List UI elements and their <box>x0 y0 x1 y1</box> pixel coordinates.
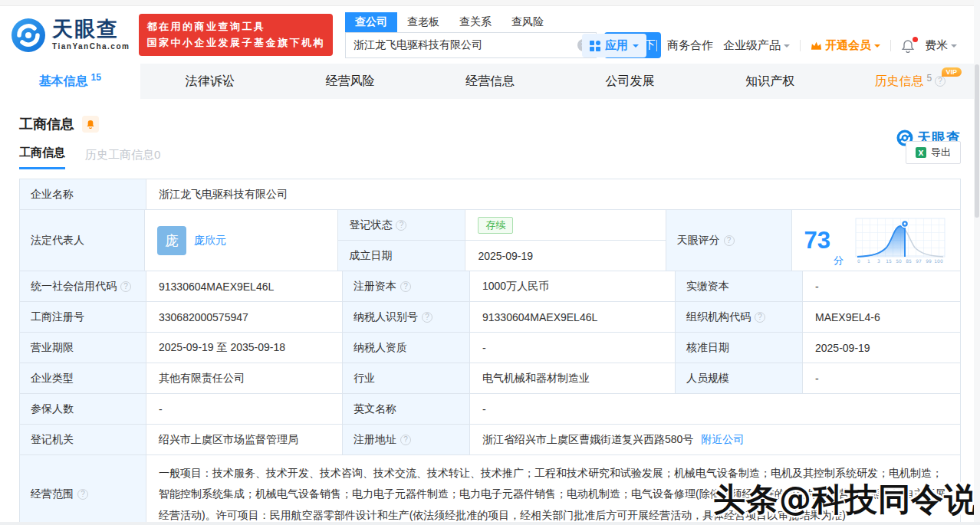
reg-number-value: 330682000575947 <box>146 302 343 333</box>
svg-text:97: 97 <box>916 258 922 264</box>
search-tab-boss[interactable]: 查老板 <box>397 12 449 32</box>
insured-value: - <box>146 394 343 425</box>
field-label: 参保人数 <box>20 394 146 425</box>
field-label: 行业 <box>343 363 470 394</box>
brand-slogan: 都在用的商业查询工具 国家中小企业发展子基金旗下机构 <box>139 14 333 55</box>
nav-enterprise[interactable]: 企业级产品 <box>723 38 790 53</box>
reg-address-value: 浙江省绍兴市上虞区曹娥街道复兴西路580号 附近公司 <box>470 425 960 455</box>
legal-rep-avatar[interactable]: 庞 <box>157 226 186 255</box>
table-row: 营业期限 2025-09-19 至 2035-09-18 纳税人资质 - 核准日… <box>20 333 960 363</box>
field-label: 注册资本? <box>343 271 470 302</box>
field-label: 天眼评分? <box>666 210 792 271</box>
top-strip <box>0 0 980 6</box>
caret-down-icon <box>633 44 639 51</box>
tab-operation-info[interactable]: 经营信息 <box>420 64 561 99</box>
company-tabbar: 基本信息15 法律诉讼 经营风险 经营信息 公司发展 知识产权 VIP 历史信息… <box>0 64 980 99</box>
establish-date-value: 2025-09-19 <box>465 241 666 271</box>
search-tab-company[interactable]: 查公司 <box>345 12 397 32</box>
apps-grid-icon <box>590 41 600 51</box>
question-icon[interactable]: ? <box>400 281 411 292</box>
question-icon[interactable]: ? <box>935 76 945 87</box>
site-logo[interactable]: 天眼查 TianYanCha.com <box>11 18 130 53</box>
table-row: 企业名称 浙江龙飞电驱科技有限公司 <box>20 179 960 210</box>
scrollbar-thumb[interactable] <box>975 64 979 218</box>
notifications-bell[interactable] <box>901 39 915 53</box>
field-label: 纳税人资质 <box>343 333 470 363</box>
field-label: 英文名称 <box>343 394 470 425</box>
top-nav: 应用 商务合作 企业级产品 开通会员 费米 <box>582 34 957 57</box>
field-label: 组织机构代码? <box>676 302 803 333</box>
tab-history-info[interactable]: VIP 历史信息5 ? <box>840 64 980 99</box>
field-label: 法定代表人 <box>20 210 145 271</box>
caret-down-icon <box>784 44 790 51</box>
search-input[interactable] <box>354 39 577 51</box>
nav-user-menu[interactable]: 费米 <box>925 38 957 53</box>
tab-operation-risk[interactable]: 经营风险 <box>280 64 420 99</box>
taxpayer-quality-value: - <box>470 333 676 363</box>
bell-icon <box>86 120 95 129</box>
field-label: 登记状态? <box>338 210 465 241</box>
table-row: 经营范围? 一般项目：技术服务、技术开发、技术咨询、技术交流、技术转让、技术推广… <box>20 455 960 525</box>
taxpayer-id-value: 91330604MAEX9EL46L <box>470 302 676 333</box>
search-tab-risk[interactable]: 查风险 <box>502 12 554 32</box>
subtab-row: 工商信息 历史工商信息0 X 导出 <box>19 146 961 169</box>
svg-text:3: 3 <box>877 258 880 264</box>
business-info-table: 企业名称 浙江龙飞电驱科技有限公司 法定代表人 庞 庞欣元 登记状态? 存续 <box>19 179 961 525</box>
legal-rep-value: 庞 庞欣元 <box>145 210 339 271</box>
excel-icon: X <box>916 147 926 158</box>
monitor-bell-button[interactable] <box>82 116 99 133</box>
field-label: 人员规模 <box>676 363 803 394</box>
credit-code-value: 91330604MAEX9EL46L <box>146 271 343 302</box>
nav-divider <box>656 40 657 51</box>
question-icon[interactable]: ? <box>77 489 88 500</box>
question-icon[interactable]: ? <box>120 281 131 292</box>
search-tab-relation[interactable]: 查关系 <box>449 12 502 32</box>
tab-basic-info[interactable]: 基本信息15 <box>0 64 140 99</box>
staff-size-value: - <box>803 363 960 394</box>
nav-apps[interactable]: 应用 <box>582 34 646 57</box>
reg-status-value: 存续 <box>465 210 666 241</box>
field-label: 注册地址? <box>343 425 470 455</box>
question-icon[interactable]: ? <box>422 312 432 323</box>
status-badge: 存续 <box>478 217 513 234</box>
subtab-business-info[interactable]: 工商信息 <box>19 146 65 169</box>
score-bell-chart: 0 1 3 15 50 85 97 99 100 <box>854 217 948 264</box>
field-label: 工商注册号 <box>20 302 146 333</box>
table-row: 工商注册号 330682000575947 纳税人识别号? 91330604MA… <box>20 302 960 333</box>
tab-intellectual-property[interactable]: 知识产权 <box>700 64 840 99</box>
org-code-value: MAEX9EL4-6 <box>803 302 960 333</box>
vip-badge: VIP <box>942 67 962 77</box>
svg-text:15: 15 <box>886 258 892 264</box>
company-name-value: 浙江龙飞电驱科技有限公司 <box>146 179 960 210</box>
search-tabs: 查公司 查老板 查关系 查风险 <box>345 12 661 32</box>
field-label: 统一社会信用代码? <box>20 271 146 302</box>
tab-legal-lawsuits[interactable]: 法律诉讼 <box>140 64 281 99</box>
table-row: 法定代表人 庞 庞欣元 登记状态? 存续 成立日期 2025-09-19 <box>20 210 960 271</box>
svg-text:X: X <box>919 149 924 157</box>
field-label: 核准日期 <box>676 333 803 363</box>
scrollbar-track[interactable] <box>974 0 980 525</box>
table-row: 登记机关 绍兴市上虞区市场监督管理局 注册地址? 浙江省绍兴市上虞区曹娥街道复兴… <box>20 425 960 455</box>
nav-cooperation[interactable]: 商务合作 <box>667 38 713 53</box>
svg-text:0: 0 <box>857 258 860 264</box>
table-row: 企业类型 其他有限责任公司 行业 电气机械和器材制造业 人员规模 - <box>20 363 960 394</box>
business-term-value: 2025-09-19 至 2035-09-18 <box>146 333 343 363</box>
field-label: 成立日期 <box>338 241 465 271</box>
question-icon[interactable]: ? <box>724 235 735 246</box>
nav-divider <box>800 40 801 51</box>
export-button[interactable]: X 导出 <box>906 141 961 164</box>
tab-company-development[interactable]: 公司发展 <box>560 64 700 99</box>
question-icon[interactable]: ? <box>400 435 411 445</box>
site-header: 天眼查 TianYanCha.com 都在用的商业查询工具 国家中小企业发展子基… <box>0 6 980 64</box>
question-icon[interactable]: ? <box>755 312 765 323</box>
field-label: 纳税人识别号? <box>343 302 470 333</box>
industry-value: 电气机械和器材制造业 <box>470 363 676 394</box>
nav-vip-upgrade[interactable]: 开通会员 <box>811 38 880 53</box>
subtab-history-business-info[interactable]: 历史工商信息0 <box>85 148 160 169</box>
legal-rep-link[interactable]: 庞欣元 <box>194 234 226 248</box>
section-title: 工商信息 <box>19 115 74 133</box>
svg-text:99: 99 <box>926 258 932 264</box>
question-icon[interactable]: ? <box>396 220 406 231</box>
table-row: 参保人数 - 英文名称 - <box>20 394 960 425</box>
nearby-companies-link[interactable]: 附近公司 <box>701 433 744 447</box>
